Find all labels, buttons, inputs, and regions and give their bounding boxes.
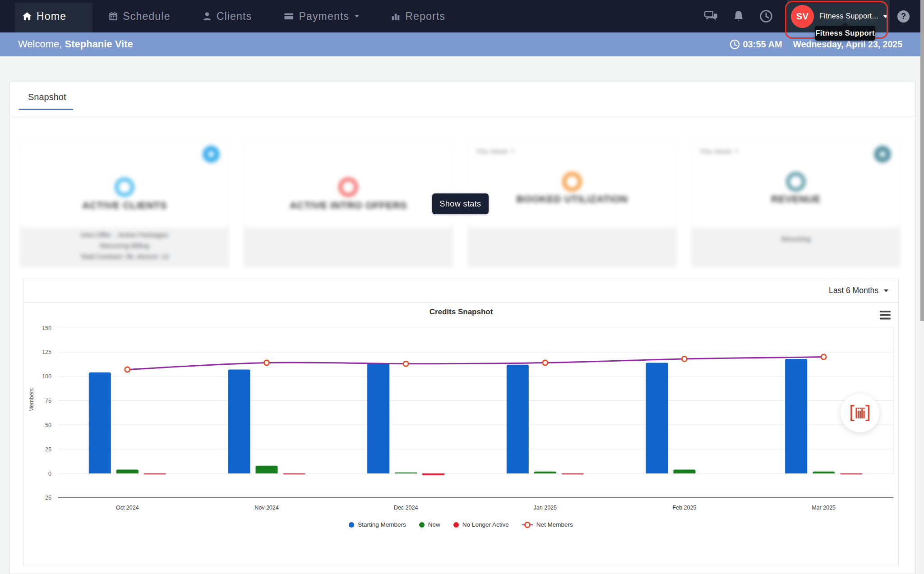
stat-card-active-clients[interactable]: ACTIVE CLIENTS Intro Offer .. Active Pac… <box>20 140 229 266</box>
chart-menu-icon <box>880 311 891 312</box>
bar-chart-icon <box>391 11 401 21</box>
svg-text:Credits Snapshot: Credits Snapshot <box>430 308 493 316</box>
credit-card-icon <box>283 11 294 21</box>
legend-label: Starting Members <box>358 521 406 528</box>
chat-icon[interactable] <box>704 9 718 23</box>
snapshot-card: Snapshot ACTIVE CLIENTS Intro Offer .. A… <box>9 82 916 574</box>
legend-dot-icon <box>349 522 354 528</box>
time-group: 03:55 AM <box>730 39 782 50</box>
legend-label: New <box>428 521 440 528</box>
calendar-icon <box>108 11 118 21</box>
home-icon <box>22 11 32 21</box>
chevron-down-icon <box>735 150 739 152</box>
svg-text:-25: -25 <box>43 495 51 501</box>
chart-header: Last 6 Months <box>23 279 898 303</box>
nav-item-label: Payments <box>299 10 349 23</box>
stat-card-footer: Intro Offer .. Active Packages Recurring… <box>20 228 229 266</box>
tabs-row: Snapshot <box>10 82 915 116</box>
period-dropdown[interactable]: This Week <box>476 147 515 155</box>
svg-text:0: 0 <box>48 471 51 477</box>
svg-text:Feb 2025: Feb 2025 <box>673 505 697 511</box>
chart-panel: Last 6 Months 1501251007550250-25Members… <box>23 279 899 566</box>
help-icon[interactable]: ? <box>897 10 910 23</box>
history-clock-icon[interactable] <box>759 9 773 23</box>
stat-card-active-intro-offers[interactable]: ACTIVE INTRO OFFERS <box>244 140 453 266</box>
svg-text:150: 150 <box>42 325 51 331</box>
person-icon <box>202 11 212 21</box>
barcode-icon <box>849 404 871 422</box>
notifications-bell-icon[interactable] <box>732 9 745 23</box>
stat-card-revenue[interactable]: This Week REVENUE Recurring <box>692 140 900 266</box>
nav-item-label: Reports <box>405 10 445 23</box>
legend-item-net-members[interactable]: Net Members <box>522 521 573 528</box>
welcome-message: Welcome, Stephanie Vite <box>18 38 133 50</box>
barcode-scan-button[interactable] <box>841 394 879 432</box>
nav-item-clients[interactable]: Clients <box>186 0 268 32</box>
nav-item-home[interactable]: Home <box>15 0 92 32</box>
stat-footer-line: Intro Offer .. Active Packages <box>20 230 229 240</box>
chevron-down-icon <box>883 15 888 18</box>
avatar[interactable]: SV <box>791 5 814 28</box>
legend-dot-icon <box>419 522 425 528</box>
svg-text:Nov 2024: Nov 2024 <box>254 505 279 511</box>
svg-text:125: 125 <box>42 349 51 355</box>
welcome-user-name: Stephanie Vite <box>65 38 133 50</box>
chart-menu-icon <box>880 314 891 316</box>
legend-item-new[interactable]: New <box>419 521 440 528</box>
stat-card-footer: Recurring <box>692 228 900 266</box>
donut-icon <box>115 177 134 197</box>
period-dropdown[interactable]: This Week <box>700 147 739 155</box>
page-scrollbar-thumb[interactable] <box>920 0 924 321</box>
stat-card-title: ACTIVE CLIENTS <box>20 200 229 211</box>
range-dropdown[interactable]: Last 6 Months <box>829 286 888 295</box>
stat-footer-line: Total Contract: 95, Alumni: 13 <box>20 251 229 262</box>
stat-footer-line: Recurring Billing <box>20 240 229 251</box>
stat-card-title: BOOKED UTILIZATION <box>468 193 676 205</box>
show-stats-button[interactable]: Show stats <box>432 193 489 214</box>
svg-text:100: 100 <box>42 373 51 380</box>
nav-item-schedule[interactable]: Schedule <box>92 0 186 32</box>
donut-icon <box>338 177 358 197</box>
svg-text:Dec 2024: Dec 2024 <box>394 505 418 511</box>
welcome-bar: Welcome, Stephanie Vite 03:55 AM Wednesd… <box>0 32 924 56</box>
range-label: Last 6 Months <box>829 286 878 295</box>
svg-text:50: 50 <box>45 422 51 428</box>
user-tooltip: Fitness Support <box>815 26 875 41</box>
top-nav: Home Schedule Clients Payments Reports <box>0 0 924 32</box>
welcome-prefix: Welcome, <box>18 38 65 50</box>
nav-item-label: Schedule <box>123 10 171 23</box>
nav-item-payments[interactable]: Payments <box>268 0 375 32</box>
donut-icon <box>562 172 582 192</box>
legend-label: No Longer Active <box>462 521 509 528</box>
chart-menu-icon <box>880 318 891 320</box>
nav-item-label: Home <box>37 10 66 23</box>
svg-text:Mar 2025: Mar 2025 <box>812 505 836 511</box>
chevron-down-icon <box>511 150 515 152</box>
svg-text:Oct 2024: Oct 2024 <box>116 505 139 511</box>
user-name-label: Fitness Support... <box>819 12 878 20</box>
stat-card-title: REVENUE <box>692 193 900 205</box>
nav-item-label: Clients <box>217 10 252 23</box>
tab-active-underline <box>19 109 73 110</box>
donut-icon <box>786 172 806 192</box>
svg-text:Jan 2025: Jan 2025 <box>534 505 557 511</box>
clock-icon <box>730 39 740 50</box>
stat-card-footer <box>244 228 453 266</box>
chart-legend: Starting Members New No Longer Active Ne… <box>23 521 898 528</box>
svg-text:25: 25 <box>45 446 51 453</box>
chevron-down-icon <box>884 289 888 292</box>
stat-card-footer <box>468 228 676 266</box>
stat-settings-icon[interactable] <box>874 146 891 163</box>
stat-card-booked-utilization[interactable]: This Week BOOKED UTILIZATION <box>468 140 676 266</box>
tab-snapshot[interactable]: Snapshot <box>28 92 66 102</box>
legend-item-no-longer-active[interactable]: No Longer Active <box>453 521 509 528</box>
chevron-down-icon <box>355 15 359 18</box>
legend-item-starting-members[interactable]: Starting Members <box>349 521 406 528</box>
stat-settings-icon[interactable] <box>203 146 220 163</box>
nav-item-reports[interactable]: Reports <box>375 0 461 32</box>
page-scrollbar-track[interactable] <box>920 0 924 574</box>
nav-menu: Home Schedule Clients Payments Reports <box>0 0 461 32</box>
svg-text:75: 75 <box>45 398 51 404</box>
legend-line-marker-icon <box>522 522 533 528</box>
svg-text:Members: Members <box>28 388 35 412</box>
